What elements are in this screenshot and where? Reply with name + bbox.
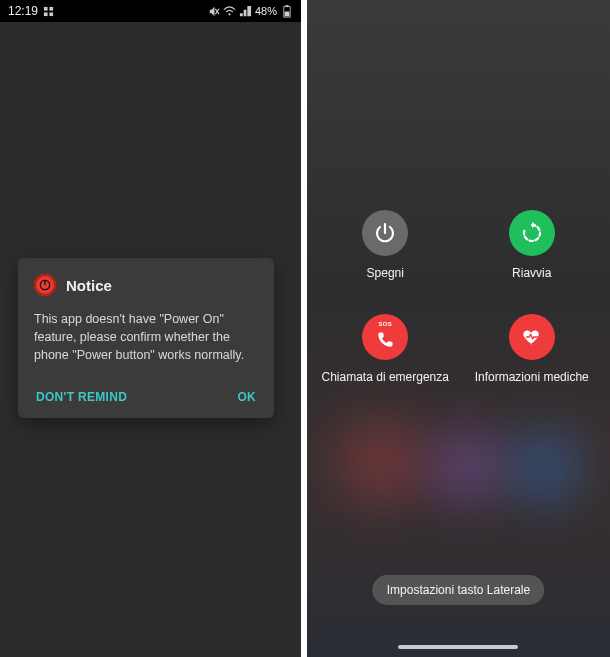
svg-rect-9 [284, 11, 289, 16]
power-icon [34, 274, 56, 296]
app-indicator-icon [42, 5, 55, 18]
left-screenshot: 12:19 48% Notice [0, 0, 301, 657]
power-menu: Spegni Riavvia SOS Chiamata di emergenza… [307, 210, 610, 384]
svg-rect-0 [44, 6, 48, 10]
dialog-title: Notice [66, 277, 112, 294]
right-screenshot: Spegni Riavvia SOS Chiamata di emergenza… [307, 0, 610, 657]
svg-point-6 [228, 13, 230, 15]
gesture-nav-bar[interactable] [398, 645, 518, 649]
medical-info-button[interactable]: Informazioni mediche [463, 314, 600, 384]
restart-label: Riavvia [512, 266, 551, 280]
wifi-icon [223, 5, 236, 18]
power-off-button[interactable]: Spegni [317, 210, 454, 280]
emergency-call-icon: SOS [362, 314, 408, 360]
status-bar: 12:19 48% [0, 0, 301, 22]
status-time: 12:19 [8, 4, 38, 18]
dialog-body: This app doesn't have "Power On" feature… [34, 310, 258, 364]
emergency-call-button[interactable]: SOS Chiamata di emergenza [317, 314, 454, 384]
sos-badge: SOS [378, 321, 392, 327]
notice-dialog: Notice This app doesn't have "Power On" … [18, 258, 274, 418]
medical-info-label: Informazioni mediche [475, 370, 589, 384]
svg-rect-3 [49, 12, 53, 16]
power-off-icon [362, 210, 408, 256]
emergency-call-label: Chiamata di emergenza [322, 370, 449, 384]
ok-button[interactable]: OK [237, 390, 256, 404]
power-off-label: Spegni [367, 266, 404, 280]
dont-remind-button[interactable]: DON'T REMIND [36, 390, 127, 404]
restart-button[interactable]: Riavvia [463, 210, 600, 280]
mute-icon [207, 5, 220, 18]
svg-rect-2 [44, 12, 48, 16]
restart-icon [509, 210, 555, 256]
battery-icon [280, 5, 293, 18]
signal-icon [239, 5, 252, 18]
battery-text: 48% [255, 5, 277, 17]
side-key-settings-button[interactable]: Impostazioni tasto Laterale [373, 575, 544, 605]
medical-info-icon [509, 314, 555, 360]
svg-rect-1 [49, 6, 53, 10]
